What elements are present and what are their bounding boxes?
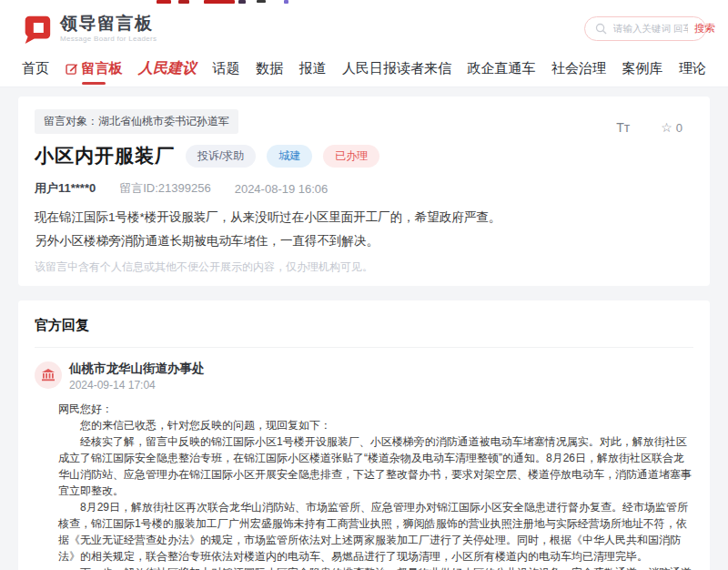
message-paragraph: 另外小区楼梯旁消防通道长期被电动车堵住，一直得不到解决。 [35, 229, 693, 253]
reply-body: 网民您好： 您的来信已收悉，针对您反映的问题，现回复如下： 经核实了解，留言中反… [58, 401, 693, 570]
message-target-badge: 留言对象：湖北省仙桃市委书记孙道军 [35, 109, 238, 134]
reply-paragraph: 下一步，解放街社区将加大对锦江国际小区安全隐患的排查整治，督导物业做好小区的公共… [58, 565, 693, 570]
reply-paragraph: 网民您好： [58, 401, 693, 417]
clipped-browser-artifact [157, 0, 171, 4]
site-header: 领导留言板 Message Board for Leaders 搜索 [0, 0, 728, 51]
reply-paragraph: 8月29日，解放街社区再次联合龙华山消防站、市场监管所、应急管理办对锦江国际小区… [58, 499, 693, 565]
privacy-note: 该留言中含有个人信息或其他不便公开展示的内容，仅办理机构可见。 [35, 260, 693, 275]
agency-avatar [35, 361, 62, 389]
nav-item-theory[interactable]: 理论 [679, 51, 706, 87]
government-building-icon [41, 368, 56, 382]
site-logo[interactable]: 领导留言板 Message Board for Leaders [22, 14, 157, 44]
message-paragraph: 现在锦江国际1号楼*楼开设服装厂，从来没听过在小区里面开工厂的，希望政府严查。 [35, 206, 693, 229]
logo-title: 领导留言板 [60, 15, 157, 33]
message-body: 现在锦江国际1号楼*楼开设服装厂，从来没听过在小区里面开工厂的，希望政府严查。 … [35, 206, 693, 253]
active-tab-underline [82, 82, 106, 85]
pen-board-icon [66, 63, 78, 76]
nav-item-social-governance[interactable]: 社会治理 [551, 51, 606, 87]
message-card: 留言对象：湖北省仙桃市委书记孙道军 小区内开服装厂 投诉/求助 城建 已办理 T… [18, 97, 710, 286]
logo-subtitle: Message Board for Leaders [60, 35, 157, 43]
reply-paragraph: 您的来信已收悉，针对您反映的问题，现回复如下： [58, 417, 693, 433]
nav-item-data[interactable]: 数据 [256, 51, 283, 87]
clipped-browser-artifact [284, 0, 288, 4]
nav-item-label: 留言板 [82, 60, 123, 77]
search-button[interactable]: 搜索 [694, 22, 715, 36]
star-count: 0 [676, 121, 682, 135]
message-id: 留言ID:21399256 [119, 180, 210, 197]
search-input[interactable] [613, 23, 688, 34]
nav-item-people-suggestions[interactable]: 人民建议 [138, 51, 197, 87]
tag-status-handled: 已办理 [323, 145, 379, 168]
nav-item-home[interactable]: 首页 [22, 51, 49, 87]
star-icon: ☆ [661, 120, 672, 135]
nav-item-reader-letters[interactable]: 人民日报读者来信 [342, 51, 451, 87]
search-icon [595, 23, 607, 35]
favorite-star[interactable]: ☆ 0 [661, 120, 682, 135]
clipped-browser-artifact [204, 0, 235, 4]
font-size-toggle-icon[interactable]: Tт [616, 120, 630, 135]
nav-item-message-board[interactable]: 留言板 [66, 51, 123, 87]
nav-item-gov-enterprise[interactable]: 政企直通车 [468, 51, 536, 87]
nav-item-topics[interactable]: 话题 [213, 51, 240, 87]
reply-date: 2024-09-14 17:04 [69, 379, 205, 392]
reply-paragraph: 经核实了解，留言中反映的锦江国际小区1号楼开设服装厂、小区楼梯旁的消防通道被电动… [58, 433, 693, 499]
tag-complaint[interactable]: 投诉/求助 [186, 145, 256, 168]
message-date: 2024-08-19 16:06 [235, 182, 329, 196]
search-box[interactable]: 搜索 [584, 16, 706, 41]
clipped-browser-artifact [238, 0, 246, 4]
message-user: 用户11****0 [35, 180, 96, 197]
nav-item-reports[interactable]: 报道 [299, 51, 327, 87]
official-reply-card: 官方回复 仙桃市龙华山街道办事处 2024-09-14 17:04 网民您好： … [18, 300, 710, 570]
tag-urban-construction[interactable]: 城建 [267, 145, 312, 168]
agency-name[interactable]: 仙桃市龙华山街道办事处 [69, 361, 205, 376]
clipped-browser-artifact [257, 0, 266, 3]
speech-bubble-logo-icon [22, 14, 52, 44]
nav-item-case-library[interactable]: 案例库 [622, 51, 663, 87]
official-reply-heading: 官方回复 [35, 311, 693, 348]
main-nav: 首页 留言板 人民建议 话题 数据 报道 人民日报读者来信 政企直通车 社会治理… [0, 51, 728, 87]
message-title: 小区内开服装厂 [35, 143, 175, 168]
clipped-browser-artifact [178, 0, 189, 4]
